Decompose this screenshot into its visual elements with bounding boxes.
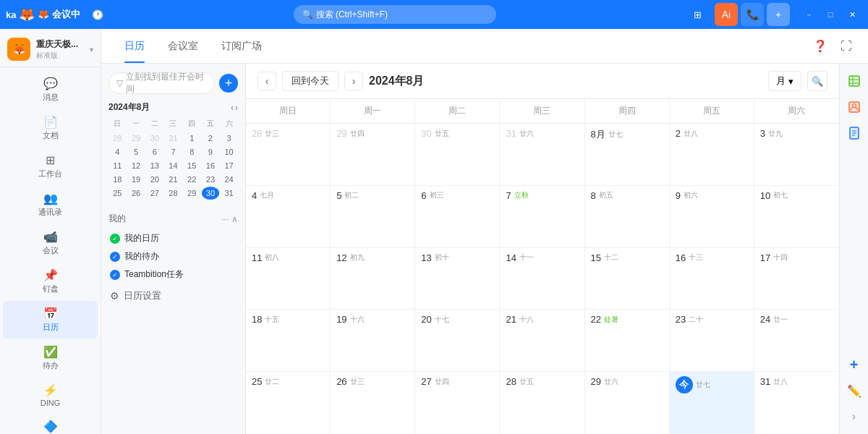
calendars-more-icon[interactable]: ··· [221, 214, 229, 224]
mini-cal-cell[interactable]: 12 [127, 159, 145, 172]
mini-cal-cell[interactable]: 11 [109, 159, 127, 172]
sidebar-item-calendar[interactable]: 📅 日历 [3, 301, 98, 339]
mini-cal-cell[interactable]: 14 [164, 159, 182, 172]
calendar-search-button[interactable]: 🔍 [807, 71, 827, 91]
mini-cal-cell[interactable]: 16 [202, 159, 220, 172]
help-icon[interactable]: ❓ [810, 36, 830, 56]
mini-cal-cell[interactable]: 13 [145, 159, 163, 172]
mini-cal-cell[interactable]: 23 [202, 173, 220, 186]
grid-icon[interactable]: ⊞ [686, 3, 709, 26]
mini-cal-cell[interactable]: 3 [220, 132, 238, 145]
tab-subscribe[interactable]: 订阅广场 [210, 30, 273, 63]
sidebar-item-docs[interactable]: 📄 文档 [3, 109, 98, 147]
tab-calendar[interactable]: 日历 [113, 30, 156, 63]
day-cell[interactable]: 19十六 [331, 310, 415, 371]
day-cell[interactable]: 16十三 [670, 248, 754, 310]
sidebar-item-project[interactable]: 🔷 项目 [3, 414, 98, 434]
day-cell[interactable]: 10初七 [754, 186, 839, 247]
add-event-button[interactable]: + [219, 74, 238, 93]
day-cell[interactable]: 28廿三 [246, 124, 331, 185]
ai-button[interactable]: Ai [715, 3, 738, 26]
minimize-button[interactable]: － [799, 4, 819, 25]
tab-meeting-room[interactable]: 会议室 [156, 30, 210, 63]
day-cell[interactable]: 4七月 [246, 186, 331, 247]
day-cell[interactable]: 29廿四 [331, 124, 415, 185]
mini-cal-cell[interactable]: 28 [164, 187, 182, 200]
sidebar-item-ding[interactable]: ⚡ DING [3, 378, 98, 413]
mini-cal-cell[interactable]: 8 [183, 145, 201, 158]
my-todo-item[interactable]: ✓ 我的待办 [109, 247, 238, 265]
day-cell[interactable]: 23二十 [670, 310, 754, 371]
mini-cal-cell[interactable]: 29 [183, 187, 201, 200]
mini-cal-cell[interactable]: 15 [183, 159, 201, 172]
day-cell[interactable]: 14十一 [500, 248, 584, 310]
teambition-item[interactable]: ✓ Teambition任务 [109, 265, 238, 284]
mini-cal-cell[interactable]: 25 [109, 187, 127, 200]
close-button[interactable]: ✕ [842, 4, 862, 25]
mini-cal-prev[interactable]: ‹ [231, 103, 234, 113]
doc-side-icon[interactable] [843, 122, 866, 145]
day-cell[interactable]: 17十四 [754, 248, 839, 310]
day-cell[interactable]: 6初三 [415, 186, 500, 247]
mini-cal-cell[interactable]: 31 [220, 187, 238, 200]
add-side-button[interactable]: + [843, 353, 866, 376]
day-cell[interactable]: 18十五 [246, 310, 331, 371]
day-cell[interactable]: 5初二 [331, 186, 415, 247]
day-cell[interactable]: 2廿八 [670, 124, 754, 185]
mini-cal-cell[interactable]: 21 [164, 173, 182, 186]
mini-cal-cell[interactable]: 26 [127, 187, 145, 200]
mini-cal-cell[interactable]: 1 [183, 132, 201, 145]
mini-cal-cell[interactable]: 19 [127, 173, 145, 186]
mini-cal-cell[interactable]: 18 [109, 173, 127, 186]
calendars-collapse-icon[interactable]: ∧ [231, 214, 238, 224]
day-cell[interactable]: 15十二 [585, 248, 670, 310]
mini-cal-cell[interactable]: 31 [164, 132, 182, 145]
day-cell[interactable]: 27廿四 [415, 372, 500, 434]
mini-cal-cell[interactable]: 22 [183, 173, 201, 186]
mini-cal-cell[interactable]: 10 [220, 145, 238, 158]
today-button[interactable]: 回到今天 [282, 71, 339, 91]
mini-cal-cell[interactable]: 9 [202, 145, 220, 158]
mini-cal-cell[interactable]: 20 [145, 173, 163, 186]
day-cell[interactable]: 9初六 [670, 186, 754, 247]
mini-cal-today[interactable]: 30 [202, 187, 220, 200]
day-cell[interactable]: 8初五 [585, 186, 670, 247]
view-dropdown[interactable]: 月 ▾ [768, 71, 801, 91]
day-cell[interactable]: 12初九 [331, 248, 415, 310]
day-cell[interactable]: 29廿六 [585, 372, 670, 434]
cal-next-button[interactable]: › [344, 72, 363, 90]
mini-cal-cell[interactable]: 4 [109, 145, 127, 158]
mini-cal-cell[interactable]: 24 [220, 173, 238, 186]
expand-icon[interactable]: ⛶ [836, 36, 856, 56]
sidebar-item-drive[interactable]: 📌 钉盘 [3, 263, 98, 300]
chevron-right-icon[interactable]: › [843, 405, 866, 428]
sidebar-item-meetings[interactable]: 📹 会议 [3, 224, 98, 262]
mini-cal-cell[interactable]: 5 [127, 145, 145, 158]
day-cell[interactable]: 21十八 [500, 310, 584, 371]
history-icon[interactable]: 🕐 [86, 3, 109, 26]
day-cell[interactable]: 28廿五 [500, 372, 584, 434]
day-cell[interactable]: 13初十 [415, 248, 500, 310]
day-cell[interactable]: 22处暑 [585, 310, 670, 371]
sidebar-item-workspace[interactable]: ⊞ 工作台 [3, 148, 98, 185]
mini-cal-cell[interactable]: 30 [145, 132, 163, 145]
user-profile[interactable]: 🦊 重庆天极... 标准版 ▾ [0, 29, 101, 67]
mini-cal-next[interactable]: › [235, 103, 238, 113]
feedback-side-icon[interactable]: ✏️ [843, 379, 866, 402]
sidebar-item-todo[interactable]: ✅ 待办 [3, 339, 98, 377]
search-bar[interactable]: 🔍 搜索 (Ctrl+Shift+F) [294, 5, 496, 24]
phone-button[interactable]: 📞 [741, 3, 764, 26]
add-button[interactable]: + [767, 3, 790, 26]
day-cell[interactable]: 31廿八 [754, 372, 839, 434]
day-cell[interactable]: 26廿三 [331, 372, 415, 434]
mini-cal-cell[interactable]: 17 [220, 159, 238, 172]
my-calendar-item[interactable]: ✓ 我的日历 [109, 229, 238, 247]
sidebar-item-messages[interactable]: 💬 消息 [3, 71, 98, 109]
today-day-cell[interactable]: 今 廿七 [670, 372, 754, 434]
mini-cal-cell[interactable]: 7 [164, 145, 182, 158]
day-cell[interactable]: 3廿九 [754, 124, 839, 185]
day-cell[interactable]: 20十七 [415, 310, 500, 371]
mini-cal-cell[interactable]: 6 [145, 145, 163, 158]
day-cell[interactable]: 30廿五 [415, 124, 500, 185]
day-cell[interactable]: 7立秋 [500, 186, 584, 247]
